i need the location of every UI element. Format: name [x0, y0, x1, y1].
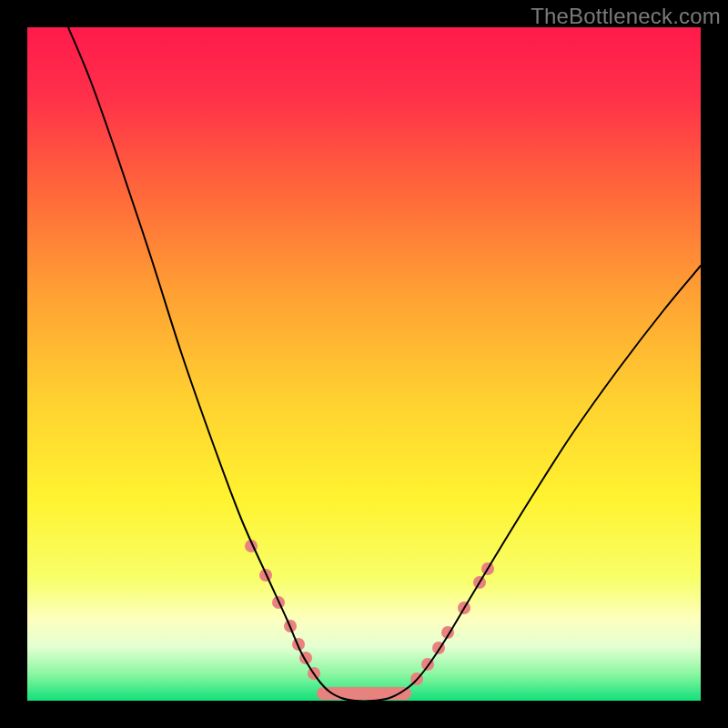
gradient-background	[27, 27, 701, 701]
chart-frame: TheBottleneck.com	[0, 0, 728, 728]
plot-area	[27, 27, 701, 701]
bottleneck-chart	[27, 27, 701, 701]
watermark-text: TheBottleneck.com	[531, 4, 721, 29]
